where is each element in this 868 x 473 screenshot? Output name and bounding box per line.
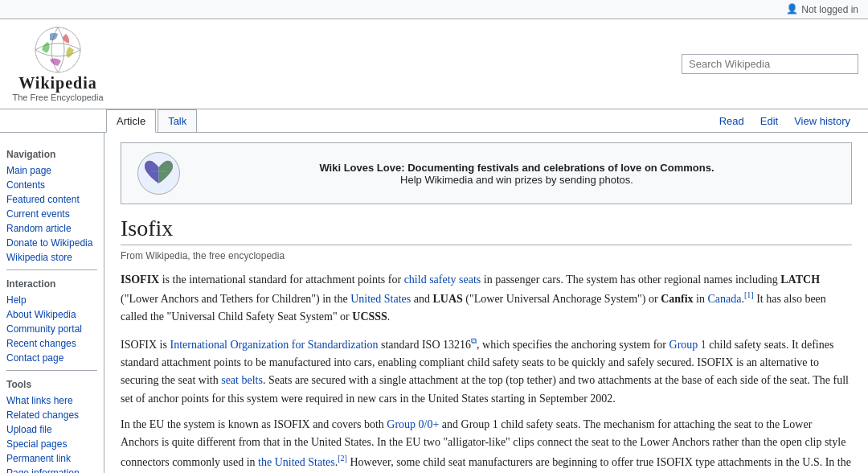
sidebar: Navigation Main page Contents Featured c… — [0, 133, 104, 473]
ref-2[interactable]: [2] — [338, 454, 347, 463]
article-body: ISOFIX is the international standard for… — [121, 271, 852, 473]
sidebar-item-contents[interactable]: Contents — [6, 178, 97, 192]
banner-title: Wiki Loves Love: Documenting festivals a… — [319, 162, 714, 174]
sidebar-item-about[interactable]: About Wikipedia — [6, 307, 97, 322]
sidebar-tools-title: Tools — [6, 379, 97, 390]
canada-link[interactable]: Canada — [707, 293, 741, 305]
wiki-title: Wikipedia — [18, 74, 97, 93]
search-area — [106, 54, 858, 74]
sidebar-item-contact[interactable]: Contact page — [6, 351, 97, 365]
group1-link[interactable]: Group 1 — [669, 338, 706, 350]
content-area: Wiki Loves Love: Documenting festivals a… — [104, 133, 868, 473]
us-link-2[interactable]: the United States — [258, 455, 335, 467]
sidebar-item-random-article[interactable]: Random article — [6, 221, 97, 236]
sidebar-item-main-page[interactable]: Main page — [6, 163, 97, 178]
tab-edit[interactable]: Edit — [752, 110, 786, 132]
group00-link[interactable]: Group 0/0+ — [387, 418, 439, 430]
canfix-bold: Canfix — [661, 293, 693, 305]
search-input[interactable] — [682, 54, 858, 74]
wiki-loves-love-banner: Wiki Loves Love: Documenting festivals a… — [121, 142, 852, 204]
banner-subtitle: Help Wikimedia and win prizes by sending… — [400, 174, 633, 186]
iso-link[interactable]: International Organization for Standardi… — [170, 338, 378, 350]
banner-icon — [134, 151, 182, 195]
sidebar-divider-2 — [6, 370, 97, 371]
sidebar-item-recent-changes[interactable]: Recent changes — [6, 336, 97, 351]
sidebar-item-wikipedia-store[interactable]: Wikipedia store — [6, 250, 97, 265]
top-bar: 👤 Not logged in — [0, 0, 868, 19]
isofix-bold: ISOFIX — [121, 274, 159, 286]
united-states-link[interactable]: United States — [350, 293, 411, 305]
article-para-1: ISOFIX is the international standard for… — [121, 271, 852, 327]
latch-bold: LATCH — [780, 274, 820, 286]
sidebar-divider-1 — [6, 269, 97, 270]
article-para-2: ISOFIX is International Organization for… — [121, 335, 852, 408]
header: Wikipedia The Free Encyclopedia — [0, 19, 868, 109]
article-para-3: In the EU the system is known as ISOFIX … — [121, 416, 852, 473]
not-logged-in-text: Not logged in — [801, 4, 858, 15]
sidebar-item-page-info[interactable]: Page information — [6, 466, 97, 473]
child-safety-seats-link[interactable]: child safety seats — [404, 274, 481, 286]
sidebar-item-special-pages[interactable]: Special pages — [6, 437, 97, 451]
wiki-subtitle: The Free Encyclopedia — [12, 93, 103, 102]
ref-iso[interactable]: ⧉ — [471, 336, 477, 345]
sidebar-item-donate[interactable]: Donate to Wikipedia — [6, 236, 97, 250]
sidebar-item-permanent-link[interactable]: Permanent link — [6, 451, 97, 466]
banner-heart-puzzle-icon — [137, 151, 181, 195]
sidebar-item-upload-file[interactable]: Upload file — [6, 422, 97, 437]
user-icon: 👤 — [786, 3, 798, 15]
ucsss-bold: UCSSS — [352, 311, 387, 323]
banner-text: Wiki Loves Love: Documenting festivals a… — [195, 162, 838, 186]
wikipedia-globe-icon — [34, 26, 82, 74]
tab-talk[interactable]: Talk — [158, 109, 197, 132]
main-layout: Navigation Main page Contents Featured c… — [0, 133, 868, 473]
sidebar-item-community[interactable]: Community portal — [6, 322, 97, 336]
sidebar-item-current-events[interactable]: Current events — [6, 207, 97, 221]
tab-read[interactable]: Read — [711, 110, 752, 132]
tab-view-history[interactable]: View history — [786, 110, 858, 132]
sidebar-item-help[interactable]: Help — [6, 293, 97, 307]
ref-1[interactable]: [1] — [744, 290, 754, 299]
sidebar-nav-title: Navigation — [6, 149, 97, 160]
sidebar-interaction-title: Interaction — [6, 278, 97, 290]
tabs-bar: Article Talk Read Edit View history — [0, 109, 868, 133]
logo-area: Wikipedia The Free Encyclopedia — [10, 26, 106, 102]
article-title: Isofix — [121, 216, 852, 245]
seat-belts-link[interactable]: seat belts — [221, 374, 263, 386]
sidebar-item-featured-content[interactable]: Featured content — [6, 192, 97, 207]
article-subtitle: From Wikipedia, the free encyclopedia — [121, 250, 852, 261]
luas-bold: LUAS — [433, 293, 463, 305]
sidebar-item-related-changes[interactable]: Related changes — [6, 408, 97, 422]
tab-article[interactable]: Article — [106, 109, 156, 133]
sidebar-item-what-links-here[interactable]: What links here — [6, 393, 97, 408]
